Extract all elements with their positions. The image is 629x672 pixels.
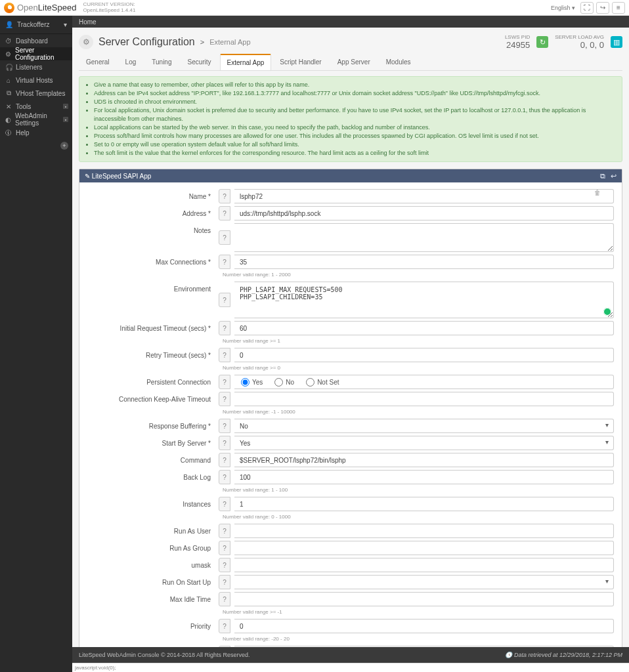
runuser-input[interactable] (234, 524, 614, 538)
help-icon[interactable]: ? (219, 392, 230, 406)
panel-sapi-app: ✎ LiteSpeed SAPI App ⧉ ↩ Name * ? 🗑 (79, 169, 622, 647)
label-command: Command (87, 453, 219, 464)
startby-select[interactable]: Yes (234, 436, 614, 450)
initto-input[interactable] (234, 321, 614, 335)
fullscreen-button[interactable]: ⛶ (580, 2, 594, 14)
sidebar-item[interactable]: ✕Tools▪ (0, 100, 72, 113)
footer-right: 🕓 Data retrieved at 12/29/2018, 2:17:12 … (505, 652, 622, 658)
help-icon[interactable]: ? (219, 524, 230, 538)
add-icon[interactable]: + (60, 142, 68, 150)
instances-input[interactable] (234, 497, 614, 511)
name-input[interactable] (234, 189, 614, 203)
tab[interactable]: External App (220, 54, 272, 70)
delete-icon[interactable]: 🗑 (594, 189, 601, 196)
page-subtitle: External App (209, 38, 250, 46)
sidebar-item[interactable]: ⌂Virtual Hosts (0, 74, 72, 87)
radio-yes[interactable]: Yes (241, 378, 263, 387)
status-text: javascript:void(0); (75, 665, 116, 671)
label-backlog: Back Log (87, 470, 219, 481)
sidebar-item[interactable]: ⧉VHost Templates (0, 87, 72, 100)
pid-value: 24955 (505, 40, 530, 50)
row-rungroup: Run As Group ? (87, 541, 614, 555)
help-icon[interactable]: ? (219, 230, 230, 245)
respbuf-select[interactable]: No (234, 419, 614, 433)
help-icon[interactable]: ? (219, 293, 230, 307)
command-input[interactable] (234, 453, 614, 467)
runonstart-select[interactable] (234, 575, 614, 589)
row-maxconn: Max Connections * ? (87, 255, 614, 269)
help-icon[interactable]: ? (219, 497, 230, 511)
radio-no[interactable]: No (274, 378, 294, 387)
help-icon[interactable]: ? (219, 419, 230, 433)
backlog-input[interactable] (234, 470, 614, 484)
radio-yes-label: Yes (252, 379, 263, 386)
load-stat: SERVER LOAD AVG 0, 0, 0 (555, 34, 604, 50)
help-icon[interactable]: ? (219, 436, 230, 450)
help-box: Give a name that easy to remember, other… (79, 76, 622, 162)
retryto-input[interactable] (234, 348, 614, 362)
help-icon[interactable]: ? (219, 453, 230, 467)
footer: LiteSpeed WebAdmin Console © 2014-2018 A… (72, 647, 629, 663)
help-icon[interactable]: ? (219, 619, 230, 633)
hint-initto: Number valid range >= 1 (223, 338, 614, 344)
main: Home ⚙ Server Configuration > External A… (72, 16, 629, 672)
sidebar-add: + (0, 142, 72, 151)
sidebar-user[interactable]: 👤 Trackofferz ▾ (0, 16, 72, 34)
breadcrumb-home[interactable]: Home (79, 18, 97, 26)
radio-notset[interactable]: Not Set (306, 378, 339, 387)
tab[interactable]: Tuning (144, 54, 179, 70)
help-icon[interactable]: ? (219, 206, 230, 220)
menu-button[interactable]: ≡ (612, 2, 625, 14)
rungroup-input[interactable] (234, 541, 614, 555)
graph-button[interactable]: ▥ (611, 36, 622, 48)
help-icon[interactable]: ? (219, 348, 230, 362)
page-header: ⚙ Server Configuration > External App LS… (79, 34, 622, 50)
sidebar-item[interactable]: 🛈Help (0, 126, 72, 139)
refresh-button[interactable]: ↻ (536, 36, 548, 48)
sidebar-item[interactable]: ◐WebAdmin Settings▪ (0, 113, 72, 126)
env-input[interactable]: PHP_LSAPI_MAX_REQUESTS=500 PHP_LSAPI_CHI… (234, 282, 614, 318)
sidebar-item[interactable]: ⏱Dashboard (0, 34, 72, 47)
tab[interactable]: App Server (330, 54, 378, 70)
brand-litespeed: LiteSpeed (38, 3, 77, 12)
copy-icon[interactable]: ⧉ (600, 172, 605, 180)
tab[interactable]: Log (118, 54, 144, 70)
notes-input[interactable] (234, 223, 614, 252)
tab[interactable]: Security (180, 54, 218, 70)
back-icon[interactable]: ↩ (611, 172, 617, 180)
logout-button[interactable]: ↪ (596, 2, 609, 14)
tab[interactable]: Modules (379, 54, 418, 70)
collapse-icon: ▪ (63, 104, 68, 109)
edit-icon: ✎ (85, 173, 90, 180)
help-icon[interactable]: ? (219, 558, 230, 572)
keepalive-input[interactable] (234, 392, 614, 406)
hint-backlog: Number valid range: 1 - 100 (223, 487, 614, 493)
help-icon[interactable]: ? (219, 255, 230, 269)
row-priority: Priority ? (87, 619, 614, 633)
help-icon[interactable]: ? (219, 592, 230, 606)
help-line: Set to 0 or empty will use operation sys… (94, 140, 615, 149)
panel-header: ✎ LiteSpeed SAPI App ⧉ ↩ (79, 169, 622, 182)
panel-title: LiteSpeed SAPI App (92, 173, 152, 180)
sidebar-item-label: Tools (16, 103, 31, 110)
help-icon[interactable]: ? (219, 575, 230, 589)
label-priority: Priority (87, 619, 219, 630)
tab[interactable]: General (79, 54, 117, 70)
language-selector[interactable]: English ▾ (551, 5, 575, 11)
umask-input[interactable] (234, 558, 614, 572)
address-input[interactable] (234, 206, 614, 220)
tab[interactable]: Script Handler (272, 54, 328, 70)
sidebar-item[interactable]: ⚙Server Configuration (0, 47, 72, 60)
help-icon[interactable]: ? (219, 321, 230, 335)
help-icon[interactable]: ? (219, 375, 230, 389)
maxconn-input[interactable] (234, 255, 614, 269)
help-icon[interactable]: ? (219, 470, 230, 484)
sidebar-item-label: Help (16, 129, 30, 136)
row-env: Environment ? PHP_LSAPI_MAX_REQUESTS=500… (87, 282, 614, 318)
priority-input[interactable] (234, 619, 614, 633)
help-icon[interactable]: ? (219, 189, 230, 203)
maxidle-input[interactable] (234, 592, 614, 606)
persistent-radios: Yes No Not Set (234, 375, 614, 389)
sidebar-item[interactable]: 🎧Listeners (0, 60, 72, 74)
help-icon[interactable]: ? (219, 541, 230, 555)
